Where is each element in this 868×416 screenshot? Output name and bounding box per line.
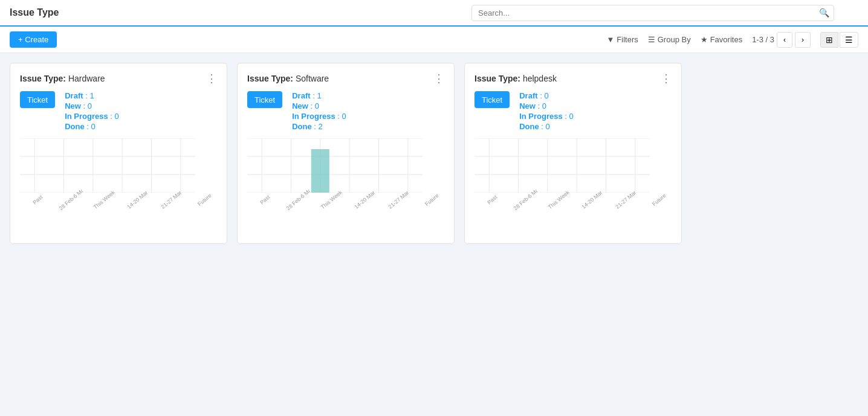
search-icon: 🔍	[819, 8, 829, 18]
ticket-button[interactable]: Ticket	[474, 91, 510, 108]
toolbar-right: ▼ Filters ☰ Group By ★ Favorites 1-3 / 3…	[606, 32, 858, 48]
page-title: Issue Type	[10, 7, 59, 18]
card-title: Issue Type: helpdesk	[474, 74, 557, 83]
stat-item: Draft : 1	[65, 91, 119, 100]
stat-item: Done : 0	[65, 122, 119, 131]
bar-chart	[474, 138, 650, 193]
star-icon: ★	[701, 35, 708, 44]
chart-area: Past28 Feb-6 MarThis Week14-20 Mar21-27 …	[20, 138, 217, 211]
stat-item: In Progress : 0	[292, 112, 346, 121]
top-bar: Issue Type 🔍	[0, 0, 868, 27]
stat-item: Draft : 1	[292, 91, 346, 100]
create-button[interactable]: + Create	[10, 31, 57, 48]
stat-item: New : 0	[292, 101, 346, 110]
stats-panel: Draft : 0New : 0In Progress : 0Done : 0	[519, 91, 574, 131]
grid-view-button[interactable]: ⊞	[820, 32, 838, 48]
svg-rect-20	[311, 149, 329, 193]
kanban-card-hardware: Issue Type: Hardware ⋮ Ticket Draft : 1N…	[10, 63, 227, 244]
card-header: Issue Type: Hardware ⋮	[20, 73, 217, 84]
card-body: Ticket Draft : 0New : 0In Progress : 0Do…	[474, 91, 672, 131]
prev-page-button[interactable]: ‹	[777, 32, 792, 48]
card-title: Issue Type: Hardware	[20, 74, 105, 83]
card-body: Ticket Draft : 1New : 0In Progress : 0Do…	[247, 91, 444, 131]
stat-item: Done : 2	[292, 122, 346, 131]
stats-panel: Draft : 1New : 0In Progress : 0Done : 0	[65, 91, 119, 131]
card-header: Issue Type: helpdesk ⋮	[474, 73, 672, 84]
bar-chart	[20, 138, 195, 193]
card-header: Issue Type: Software ⋮	[247, 73, 444, 84]
group-by-button[interactable]: ☰ Group By	[648, 35, 691, 44]
kanban-card-helpdesk: Issue Type: helpdesk ⋮ Ticket Draft : 0N…	[464, 63, 682, 244]
card-menu-button[interactable]: ⋮	[206, 73, 217, 84]
bar-chart	[247, 138, 423, 193]
main-content: Issue Type: Hardware ⋮ Ticket Draft : 1N…	[0, 53, 868, 254]
ticket-button[interactable]: Ticket	[20, 91, 55, 108]
stat-item: Done : 0	[519, 122, 574, 131]
toolbar: + Create ▼ Filters ☰ Group By ★ Favorite…	[0, 27, 868, 53]
stat-item: In Progress : 0	[519, 112, 574, 121]
ticket-button[interactable]: Ticket	[247, 91, 282, 108]
list-view-button[interactable]: ☰	[840, 32, 858, 48]
search-input[interactable]	[471, 5, 834, 21]
chart-area: Past28 Feb-6 MarThis Week14-20 Mar21-27 …	[247, 138, 444, 211]
filter-icon: ▼	[606, 35, 614, 44]
card-title: Issue Type: Software	[247, 74, 329, 83]
favorites-button[interactable]: ★ Favorites	[701, 35, 742, 44]
stat-item: New : 0	[65, 101, 119, 110]
stat-item: New : 0	[519, 101, 574, 110]
favorites-label: Favorites	[710, 35, 742, 44]
pagination-text: 1-3 / 3	[752, 35, 774, 44]
group-by-label: Group By	[658, 35, 691, 44]
card-menu-button[interactable]: ⋮	[661, 73, 672, 84]
view-toggle: ⊞ ☰	[820, 32, 858, 48]
stats-panel: Draft : 1New : 0In Progress : 0Done : 2	[292, 91, 346, 131]
card-menu-button[interactable]: ⋮	[433, 73, 444, 84]
filters-label: Filters	[617, 35, 638, 44]
filters-button[interactable]: ▼ Filters	[606, 35, 638, 44]
pagination: 1-3 / 3 ‹ ›	[752, 32, 811, 48]
card-body: Ticket Draft : 1New : 0In Progress : 0Do…	[20, 91, 217, 131]
chart-area: Past28 Feb-6 MarThis Week14-20 Mar21-27 …	[474, 138, 672, 211]
kanban-card-software: Issue Type: Software ⋮ Ticket Draft : 1N…	[237, 63, 455, 244]
next-page-button[interactable]: ›	[795, 32, 811, 48]
search-container: 🔍	[471, 5, 834, 21]
group-by-icon: ☰	[648, 35, 655, 44]
stat-item: In Progress : 0	[65, 112, 119, 121]
stat-item: Draft : 0	[519, 91, 574, 100]
